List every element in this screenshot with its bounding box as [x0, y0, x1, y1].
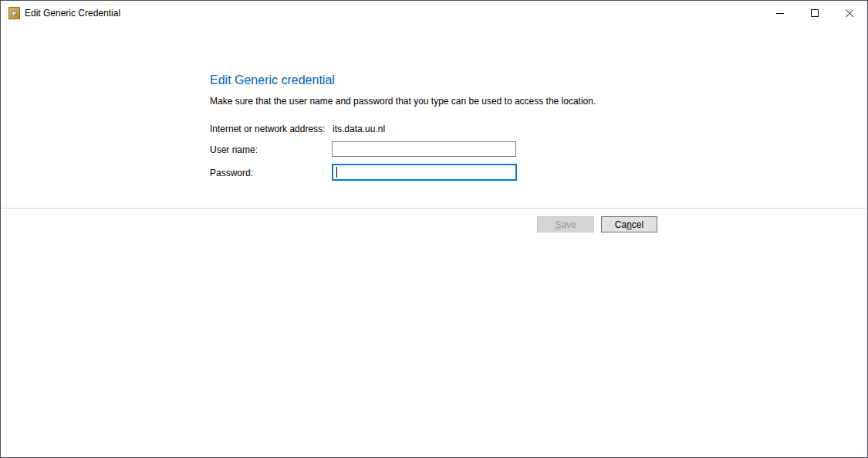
title-bar: Edit Generic Credential — [1, 1, 867, 25]
close-button[interactable] — [833, 1, 867, 25]
save-button[interactable]: Save — [537, 216, 594, 232]
cancel-button[interactable]: Cancel — [601, 216, 657, 232]
minimize-icon — [776, 9, 785, 18]
address-value: its.data.uu.nl — [333, 124, 385, 134]
page-title: Edit Generic credential — [210, 73, 335, 87]
password-label: Password: — [210, 168, 253, 178]
text-caret — [336, 167, 337, 178]
address-label: Internet or network address: — [210, 124, 325, 134]
main-content: Edit Generic credential Make sure that t… — [1, 53, 867, 458]
edit-generic-credential-window: Edit Generic Credential — [0, 0, 868, 458]
username-label: User name: — [210, 144, 258, 155]
maximize-icon — [811, 9, 819, 18]
navigation-bar: › Control Panel › User Accounts › Creden… — [1, 25, 867, 53]
maximize-button[interactable] — [798, 1, 833, 25]
username-field[interactable] — [332, 141, 516, 157]
page-description: Make sure that the user name and passwor… — [210, 96, 596, 107]
password-field[interactable] — [332, 164, 517, 181]
minimize-button[interactable] — [763, 1, 798, 25]
content-divider — [1, 208, 867, 209]
close-icon — [846, 9, 854, 18]
credential-safe-icon — [8, 7, 20, 19]
window-title: Edit Generic Credential — [25, 8, 120, 19]
